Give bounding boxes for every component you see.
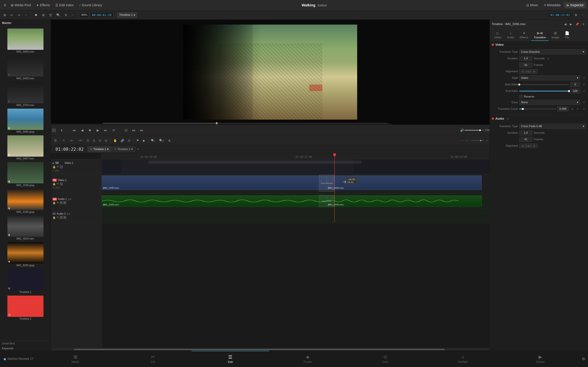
curve-slider[interactable] [519,109,556,109]
end-ratio-reset-btn[interactable]: ↺ [581,89,586,93]
snap-tool[interactable]: ⊡ [127,138,132,143]
crop-tool[interactable]: ⊡ [91,138,96,143]
settings-btn[interactable]: ⚙ [579,357,588,361]
insp-tab-video[interactable]: ▷ Video [492,30,504,41]
tl-zoom-slider[interactable] [469,140,485,142]
insp-tab-image[interactable]: ⊞ Image [549,30,562,41]
eye-icon-v1[interactable]: 👁 [56,182,59,185]
clip-a1-1[interactable]: 🔗 IMG_0395.mov [102,195,327,207]
go-end-btn[interactable]: ⏭ [131,127,137,133]
keywords-item[interactable]: Keywords [0,346,51,350]
scrollbar-thumb[interactable] [74,349,445,350]
toolbar-workspace-icon[interactable]: ⊞ [2,13,8,17]
mixer-btn[interactable]: ⊡ Mixer [524,2,540,8]
media-item-img4180[interactable]: ▣ IMG_4180.jpeg [1,188,49,214]
solo-btn-a2[interactable]: S [60,216,62,219]
media-item-img4624[interactable]: ▣ IMG_4624.heic [1,215,49,241]
insp-tab-audio[interactable]: ♪ Audio [504,30,517,41]
dynamic-trim[interactable]: ⊣⊢ [77,138,84,143]
media-item-timeline2[interactable]: ▤ Timeline 2 [1,295,49,321]
inspector-btn[interactable]: ⊳ Inspector [564,2,586,8]
fit-screen-btn[interactable]: ⊡ [123,127,129,133]
volume-slider-track[interactable] [465,130,484,131]
nav-sound-library[interactable]: ♪ Sound Library [77,2,104,8]
align-left-btn[interactable]: ◁| [519,69,525,74]
loop-btn[interactable]: ↺ [111,127,116,133]
clip-icon[interactable]: ⬛ [60,165,63,168]
curve-key-btn[interactable]: ◁ [570,107,574,111]
chevron-down-icon-tab1[interactable]: ▾ [107,148,109,151]
bottom-nav-color[interactable]: ⊙ Color [347,351,424,367]
scrollbar-track[interactable] [52,349,488,350]
bottom-nav-media[interactable]: ⊞ Media [37,351,114,367]
add-timeline-tab[interactable]: + [136,147,140,152]
metadata-btn[interactable]: ≡ Metadata [542,2,563,8]
curve-thumb[interactable] [522,108,524,110]
lock-icon[interactable]: 🔒 [52,165,56,168]
toolbar-list-view[interactable]: ☰ [48,13,53,17]
tl-more-options[interactable]: ··· [460,138,465,143]
runtime-display[interactable]: 01:00:22:02 [549,12,572,17]
style-dropdown[interactable]: Video ▾ [519,75,580,80]
curve-key-btn2[interactable]: ▷ [576,107,580,111]
toolbar-search[interactable]: 🔍 [55,13,62,17]
curve-value[interactable]: 0.098 [557,107,569,111]
color-tool[interactable]: ◆ [141,138,146,143]
video-duration-seconds-value[interactable]: 1.4 [519,56,532,61]
media-item-img8200[interactable]: ▣ IMG_8200.jpeg [1,242,49,267]
nav-media-pool[interactable]: ⊞ Media Pool [9,2,33,8]
reverse-checkbox[interactable] [519,95,523,98]
volume-thumb[interactable] [479,129,481,131]
nav-edit-index[interactable]: ☰ Edit Index [53,2,76,8]
audio-transition-type-dropdown[interactable]: Cross Fade 0 dB ▾ [519,124,586,129]
toolbar-undo[interactable]: ↩ [9,13,15,17]
audio-duration-seconds-value[interactable]: 1.4 [519,130,532,135]
play-forward-btn[interactable]: ▶ [95,127,101,133]
insp-tab-file[interactable]: 📄 File [562,30,572,41]
timeline-tab-1[interactable]: ✕ Timeline 1 ▾ [88,146,111,152]
clip-a1-2[interactable]: 🔗 IMG_0408.mov [327,195,482,207]
solo-btn-a1[interactable]: S [60,201,62,204]
go-end2-btn[interactable]: ⏭ [139,127,145,133]
mute-btn-a1[interactable]: M [63,201,66,204]
insp-prev-btn[interactable]: ◀ [563,22,568,27]
blade-tool[interactable]: ⊡ [85,138,90,143]
media-item-img0408[interactable]: ♫ IMG_0408.mov [1,55,49,81]
toolbar-more2[interactable]: ··· [70,13,76,17]
clip-icon-v1[interactable]: ⬛ [60,182,63,185]
bottom-nav-fairlight[interactable]: ♫ Fairlight [424,351,502,367]
video-duration-frames-value[interactable]: 41 [519,63,532,67]
toolbar-redo[interactable]: ↪ [16,13,22,17]
toolbar-sort[interactable]: ⇅ [63,13,69,17]
nav-effects[interactable]: ✦ Effects [34,2,52,8]
ease-dropdown[interactable]: None ▾ [519,100,580,105]
lock-icon-a1[interactable]: 🔒 [52,201,56,204]
toolbar-more3[interactable]: ··· [580,13,586,17]
toolbar-more[interactable]: ··· [23,13,29,17]
end-ratio-thumb[interactable] [568,90,570,92]
start-ratio-reset-btn[interactable]: ↺ [581,82,586,87]
retime-tool[interactable]: ⊡ [104,138,109,143]
close-icon-tab2[interactable]: ✕ [114,148,116,151]
align-right-btn[interactable]: |▷ [532,69,538,74]
ease-reset-btn[interactable]: ↺ [581,100,586,105]
media-item-img0997[interactable]: ▣ IMG_0997.heic [1,135,49,161]
audio-align-right-btn[interactable]: |▷ [532,143,538,148]
clip-v1-1[interactable]: 🔗 IMG_0395.mov [102,175,327,190]
audio-section-reset-btn[interactable]: ↺ [505,116,510,121]
close-icon-tab1[interactable]: ✕ [90,148,92,151]
start-ratio-slider[interactable] [519,84,569,85]
insp-tab-transition[interactable]: ⊳⊲ Transition [531,30,548,41]
insp-close-btn[interactable]: ✕ [581,22,586,27]
start-ratio-thumb[interactable] [518,83,520,85]
bottom-nav-edit[interactable]: ☰ Edit [192,351,269,367]
media-item-img0994[interactable]: ▣ IMG_0994.jpeg [1,108,49,134]
flag-tool[interactable]: ⚑ [135,138,140,143]
toolbar-record[interactable]: ⏺ [33,13,39,17]
chevron-down-icon-tab2[interactable]: ▾ [131,148,133,151]
hand-tool[interactable]: ✋ [112,138,118,143]
go-to-start-btn[interactable]: ⏮ [71,127,77,133]
transition-cross-dissolve[interactable]: Cross Dissolve [319,175,335,192]
audio-align-center-btn[interactable]: |◁▷| [526,143,531,148]
duration-reset-btn[interactable]: ↺ [546,56,550,61]
